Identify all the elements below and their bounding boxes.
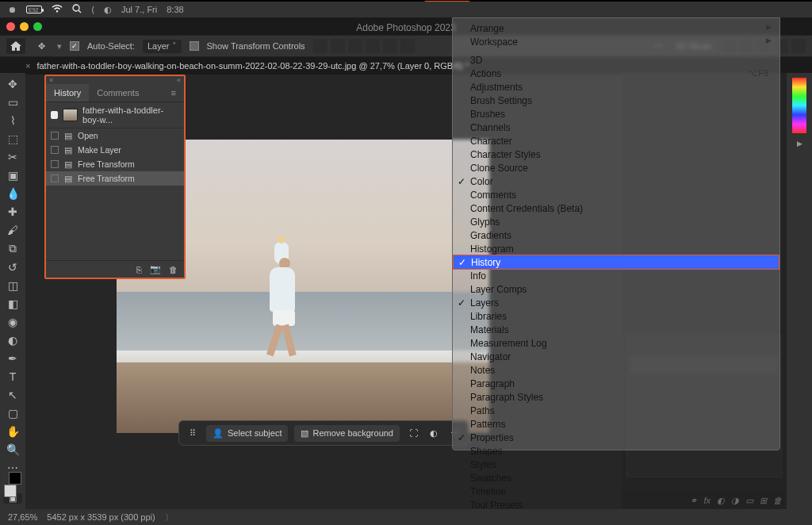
- control-center-icon[interactable]: ⟨: [91, 5, 94, 15]
- menu-item-patterns[interactable]: Patterns: [453, 417, 779, 431]
- history-state[interactable]: ▤Free Transform: [46, 157, 184, 171]
- zoom-readout[interactable]: 27,65%: [8, 512, 37, 522]
- align-icon[interactable]: [348, 39, 362, 53]
- dodge-tool[interactable]: ◐: [3, 334, 22, 347]
- siri-icon[interactable]: ◐: [104, 5, 112, 15]
- adjustments-icon[interactable]: ◐: [427, 426, 441, 440]
- battery-icon[interactable]: E92: [26, 6, 42, 13]
- new-doc-from-state-icon[interactable]: ⎘: [136, 265, 142, 274]
- auto-select-target-dropdown[interactable]: Layer ˅: [143, 40, 182, 53]
- shape-tool[interactable]: ▢: [3, 407, 22, 420]
- blur-tool[interactable]: ◉: [3, 316, 22, 328]
- menu-item-navigator[interactable]: Navigator: [453, 350, 779, 363]
- menu-item-3d[interactable]: 3D: [453, 53, 779, 67]
- history-state[interactable]: ▤Make Layer: [46, 143, 184, 157]
- align-icon[interactable]: [331, 39, 345, 53]
- menu-item-actions[interactable]: Actions⌥F9: [453, 67, 779, 80]
- brush-tool[interactable]: 🖌: [3, 224, 22, 236]
- collapse-panel-icon[interactable]: «: [177, 76, 181, 84]
- move-tool-icon[interactable]: ✥: [33, 41, 49, 52]
- marquee-tool[interactable]: ▭: [3, 96, 22, 109]
- history-marker[interactable]: [51, 146, 59, 154]
- history-tab[interactable]: History: [46, 84, 89, 102]
- menu-item-layers[interactable]: ✓Layers: [453, 296, 779, 309]
- align-icon[interactable]: [400, 39, 415, 53]
- wifi-icon[interactable]: [52, 5, 63, 14]
- menubar-time[interactable]: 8:38: [167, 5, 183, 14]
- hand-tool[interactable]: ✋: [3, 425, 22, 438]
- auto-select-checkbox[interactable]: [70, 41, 79, 51]
- menu-item-properties[interactable]: ✓Properties: [453, 431, 779, 444]
- close-tab-icon[interactable]: ×: [25, 61, 30, 71]
- menu-item-gradients[interactable]: Gradients: [453, 228, 779, 242]
- menu-item-materials[interactable]: Materials: [453, 323, 779, 336]
- home-button[interactable]: [6, 38, 25, 54]
- align-icon[interactable]: [313, 39, 327, 53]
- menu-item-arrange[interactable]: Arrange▶: [453, 21, 779, 35]
- menu-item-paragraph[interactable]: Paragraph: [453, 377, 779, 390]
- menu-item-notes[interactable]: Notes: [453, 363, 779, 377]
- eraser-tool[interactable]: ◫: [3, 279, 22, 292]
- menu-item-paths[interactable]: Paths: [453, 404, 779, 417]
- transform-icon[interactable]: ⛶: [406, 426, 420, 440]
- menu-item-clone-source[interactable]: Clone Source: [453, 161, 779, 174]
- menu-item-channels[interactable]: Channels: [453, 121, 779, 134]
- history-marker[interactable]: [51, 132, 59, 140]
- document-tab[interactable]: × father-with-a-toddler-boy-walking-on-b…: [25, 57, 469, 75]
- menu-item-content-credentials-beta-[interactable]: Content Credentials (Beta): [453, 201, 779, 215]
- select-subject-button[interactable]: 👤Select subject: [206, 425, 288, 442]
- align-icon[interactable]: [366, 39, 380, 53]
- show-transform-controls-checkbox[interactable]: [190, 41, 199, 51]
- menu-item-glyphs[interactable]: Glyphs: [453, 215, 779, 228]
- remove-background-button[interactable]: ▧Remove background: [294, 425, 400, 442]
- align-icon[interactable]: [383, 39, 397, 53]
- menu-item-measurement-log[interactable]: Measurement Log: [453, 336, 779, 350]
- menu-item-character[interactable]: Character: [453, 134, 779, 148]
- close-panel-icon[interactable]: ×: [49, 76, 53, 84]
- history-brush-tool[interactable]: ↺: [3, 261, 22, 274]
- record-icon[interactable]: ⏺: [8, 5, 17, 14]
- history-marker[interactable]: [51, 174, 59, 182]
- menu-item-shapes[interactable]: Shapes: [453, 444, 779, 458]
- menu-item-info[interactable]: Info: [453, 269, 779, 282]
- menu-item-character-styles[interactable]: Character Styles: [453, 148, 779, 161]
- history-snapshot[interactable]: father-with-a-toddler-boy-w...: [46, 102, 184, 128]
- selection-tool[interactable]: ⬚: [3, 132, 22, 145]
- color-panel-icon[interactable]: [792, 78, 806, 133]
- gradient-tool[interactable]: ◧: [3, 297, 22, 310]
- history-state[interactable]: ▤Open: [46, 128, 184, 143]
- menu-item-adjustments[interactable]: Adjustments: [453, 80, 779, 94]
- menu-item-styles[interactable]: Styles: [453, 458, 779, 471]
- menu-item-color[interactable]: ✓Color: [453, 174, 779, 188]
- history-brush-source-icon[interactable]: [51, 111, 58, 119]
- menu-item-swatches[interactable]: Swatches: [453, 471, 779, 485]
- crop-tool[interactable]: ✂: [3, 151, 22, 163]
- move-tool[interactable]: ✥: [3, 78, 22, 90]
- type-tool[interactable]: T: [3, 370, 22, 383]
- new-snapshot-icon[interactable]: 📷: [150, 264, 161, 274]
- path-tool[interactable]: ↖: [3, 389, 22, 401]
- menu-item-history[interactable]: ✓History: [453, 255, 779, 270]
- expand-arrow-icon[interactable]: ▶: [797, 140, 802, 148]
- frame-tool[interactable]: ▣: [3, 169, 22, 182]
- menu-item-libraries[interactable]: Libraries: [453, 309, 779, 323]
- status-chevron-icon[interactable]: 〉: [165, 512, 174, 523]
- delete-state-icon[interactable]: 🗑: [169, 265, 178, 274]
- ctb-drag-handle[interactable]: ⠿: [186, 426, 200, 440]
- menubar-date[interactable]: Jul 7., Fri: [121, 5, 157, 14]
- menu-item-paragraph-styles[interactable]: Paragraph Styles: [453, 390, 779, 404]
- menu-item-brush-settings[interactable]: Brush Settings: [453, 94, 779, 107]
- lasso-tool[interactable]: ⌇: [3, 114, 22, 127]
- menu-item-layer-comps[interactable]: Layer Comps: [453, 282, 779, 296]
- eyedropper-tool[interactable]: 💧: [3, 187, 22, 200]
- menu-item-comments[interactable]: Comments: [453, 188, 779, 201]
- stamp-tool[interactable]: ⧉: [3, 242, 22, 255]
- history-marker[interactable]: [51, 160, 59, 168]
- search-icon[interactable]: [72, 4, 82, 15]
- panel-menu-icon[interactable]: ≡: [163, 84, 184, 102]
- 3d-icon[interactable]: [791, 39, 806, 53]
- healing-tool[interactable]: ✚: [3, 205, 22, 218]
- pen-tool[interactable]: ✒: [3, 352, 22, 365]
- zoom-tool[interactable]: 🔍: [3, 443, 22, 456]
- menu-item-histogram[interactable]: Histogram: [453, 242, 779, 255]
